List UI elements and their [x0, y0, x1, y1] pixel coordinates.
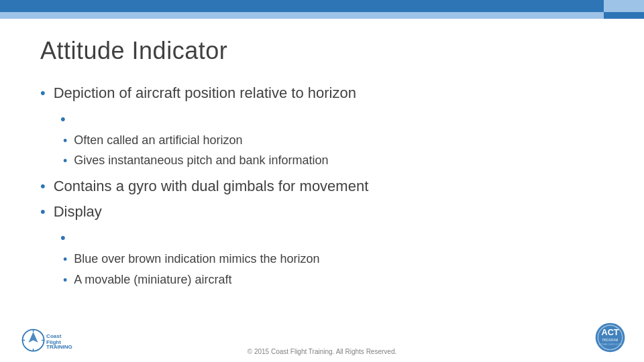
sub-list-item: Gives instantaneous pitch and bank infor… [63, 153, 604, 170]
bullet-text-2: Contains a gyro with dual gimbals for mo… [54, 177, 369, 196]
svg-text:TRAINING: TRAINING [46, 344, 72, 350]
sub-list-item: A movable (miniature) aircraft [63, 272, 604, 289]
svg-text:ACT: ACT [601, 327, 619, 337]
bullet-text-1: Depiction of aircraft position relative … [54, 84, 356, 103]
sub-bullet-text-3-2: A movable (miniature) aircraft [74, 272, 231, 288]
list-item: Contains a gyro with dual gimbals for mo… [40, 177, 604, 196]
sub-list-item: Blue over brown indication mimics the ho… [63, 251, 604, 268]
svg-text:ESTABLISHED 2013: ESTABLISHED 2013 [599, 343, 622, 346]
svg-text:Coast: Coast [46, 333, 62, 339]
footer: © 2015 Coast Flight Training. All Rights… [0, 348, 644, 355]
header-bar-top [0, 0, 604, 12]
sub-list-3: Blue over brown indication mimics the ho… [63, 251, 604, 288]
slide-content: Attitude Indicator Depiction of aircraft… [40, 37, 604, 322]
logo-coast-flight: Coast Flight TRAINING [20, 327, 74, 354]
copyright-text: © 2015 Coast Flight Training. All Rights… [248, 348, 396, 355]
bullet-text-3: Display [54, 202, 102, 222]
sub-bullet-text-1-1: Often called an artificial horizon [74, 133, 242, 148]
slide: Attitude Indicator Depiction of aircraft… [0, 0, 644, 362]
sub-bullet-text-1-2: Gives instantaneous pitch and bank infor… [74, 153, 328, 168]
list-item: Display [40, 202, 604, 222]
logo-act: ACT PROGRAM ESTABLISHED 2013 [590, 320, 631, 357]
list-item: Depiction of aircraft position relative … [40, 84, 604, 103]
sub-bullet-text-3-1: Blue over brown indication mimics the ho… [74, 251, 319, 267]
header-bar-accent [604, 0, 644, 12]
header-bar-bottom [0, 12, 604, 19]
list-item-sub: Often called an artificial horizon Gives… [40, 110, 604, 170]
svg-marker-1 [28, 332, 38, 343]
bullet-list: Depiction of aircraft position relative … [40, 84, 604, 289]
slide-title: Attitude Indicator [40, 37, 604, 65]
sub-list-item: Often called an artificial horizon [63, 133, 604, 149]
header-bar-bottom-accent [604, 12, 644, 19]
svg-text:PROGRAM: PROGRAM [602, 339, 619, 342]
coast-flight-svg: Coast Flight TRAINING [20, 327, 74, 354]
act-svg: ACT PROGRAM ESTABLISHED 2013 [590, 320, 631, 354]
list-item-sub: Blue over brown indication mimics the ho… [40, 229, 604, 289]
sub-list-1: Often called an artificial horizon Gives… [63, 133, 604, 170]
